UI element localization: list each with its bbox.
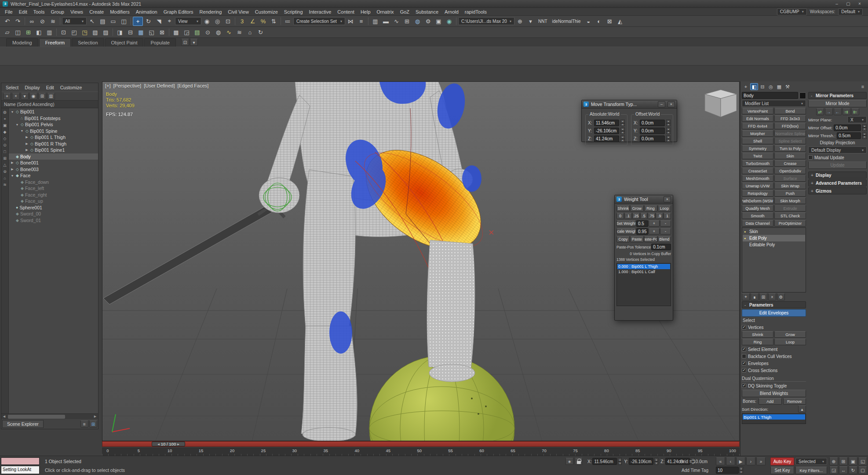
tree-expand-icon[interactable]: ▼ [15,123,19,126]
modifier-button[interactable]: Bend [774,108,806,114]
tree-item[interactable]: ▶◇Bip001 Spine1 [9,147,98,153]
weight-blend-button[interactable]: Blend [658,236,671,242]
pin-stack-icon[interactable]: ⌖ [742,293,750,300]
tree-expand-icon[interactable]: ▶ [10,161,15,164]
rollout-display[interactable]: +Display [808,172,867,179]
panel-menu-icon[interactable]: ≡ [859,83,867,90]
menu-item[interactable]: GoZ [397,9,412,15]
explorer-filter-icon[interactable]: ◇ [2,135,8,142]
modifier-button[interactable]: FFD(box) [774,123,806,129]
blend-weights-button[interactable]: Blend Weights [742,390,806,397]
tree-item[interactable]: ◆Sword_01 [9,217,98,224]
tree-item[interactable]: ▶◇Bip001 R Thigh [9,141,98,147]
weight-grow-button[interactable]: Grow [630,205,643,212]
script-button-nnt[interactable]: NNT▾ [536,17,550,26]
modeling-tool-icon[interactable]: ▱▾ [2,28,12,37]
selected-vertices-shin[interactable] [427,240,475,382]
previous-frame-button[interactable]: ‹ [726,457,735,465]
offset-coordinate-row[interactable]: X:0.0cm▴▾ [634,120,671,126]
explorer-clear-search-icon[interactable]: × [12,93,20,100]
weight-paste-pos-button[interactable]: Paste-Pos [644,236,657,242]
explorer-menu-item[interactable]: Customize [58,84,85,91]
weight-loop-button[interactable]: Loop [658,205,671,212]
explorer-filter-icon[interactable]: ▣ [2,122,8,128]
offset-coordinate-row[interactable]: Z:0.0cm▴▾ [634,135,671,142]
paste-blue-bones-icon[interactable]: ⇇ [851,108,859,115]
scroll-left-icon[interactable]: ◀ [1,415,7,418]
explorer-filter-icon[interactable]: □ [2,149,8,155]
select-and-scale-icon[interactable]: ◥▾ [154,17,164,26]
ribbon-display-toggle-icon[interactable]: ⊡ [181,39,189,46]
select-by-name-icon[interactable]: ▤▾ [98,17,108,26]
material-editor-icon[interactable]: ◍▾ [412,17,423,26]
viewport-general-menu[interactable]: [+] [105,83,111,88]
next-frame-arrow-icon[interactable]: ▶ [177,442,179,446]
menu-item[interactable]: Civil View [225,9,252,15]
modeling-tool-icon[interactable]: ◱▾ [146,28,157,37]
weight-preset-button[interactable]: .1 [624,213,632,219]
remove-modifier-icon[interactable]: × [768,293,776,300]
modifier-button[interactable]: Retopology [742,190,773,197]
explorer-display-icon[interactable]: ◉ [29,93,37,100]
path-options-icon[interactable]: ▾▾ [525,17,536,26]
modifier-toggle-icon[interactable]: ● [744,237,748,240]
hierarchy-tab-icon[interactable]: ⊟ [759,83,766,90]
modeling-tool-icon[interactable]: ↻▾ [255,28,266,37]
lock-selection-toggle-icon[interactable] [575,458,583,465]
explorer-filter-icon[interactable]: ⊞ [2,155,8,161]
close-button[interactable]: × [854,0,865,7]
ribbon-tab[interactable]: Selection [72,38,104,47]
utilities-tab-icon[interactable]: ⚒ [784,83,791,90]
modifier-button[interactable]: OpenSubdiv [774,168,806,174]
modeling-tool-icon[interactable]: ▥▾ [44,28,55,37]
window-crossing-toggle-icon[interactable]: ◫▾ [119,17,129,26]
bone-weights-list[interactable]: 0.000 : Bip001 L Thigh1.000 : Bip001 L C… [616,263,671,306]
select-and-move-icon[interactable]: +▾ [133,17,143,26]
menu-item[interactable]: Modifiers [107,9,133,15]
paste-green-to-blue-icon[interactable]: → [825,108,833,115]
weight-preset-button[interactable]: .75 [648,213,655,219]
zoom-region-icon[interactable]: ◲ [829,466,838,474]
modeling-tool-icon[interactable]: ⌂▾ [245,28,255,37]
tree-item[interactable]: ◆Body [9,153,98,160]
show-end-result-icon[interactable]: ∎ [751,293,759,300]
modeling-tool-icon[interactable]: ▤▾ [192,28,202,37]
spinner-snap-icon[interactable]: ⇅▾ [269,17,279,26]
menu-item[interactable]: Tools [30,9,48,15]
curve-editor-icon[interactable]: ∿▾ [391,17,401,26]
named-selection-sets-dropdown[interactable]: Create Selection Set▾ [293,17,345,25]
dq-skinning-checkbox[interactable]: ✓ [742,384,746,388]
project-dropdown[interactable]: CGBUMP▾ [777,8,807,15]
set-weight-minus-button[interactable]: - [660,220,671,227]
modifier-button[interactable]: Push [774,190,806,197]
backface-cull-checkbox[interactable]: ✓ [742,354,746,358]
weight-preset-button[interactable]: .25 [632,213,640,219]
play-button[interactable]: ▶ [736,457,745,465]
select-element-checkbox[interactable]: ✓ [742,347,746,351]
modifier-button[interactable]: Symmetry [742,145,773,152]
mirror-parameters-rollout-header[interactable]: -Mirror Parameters [808,92,867,99]
modifier-button[interactable]: Extrude [774,205,806,212]
modifier-button[interactable]: Quadify Mesh [742,205,773,212]
modifier-button[interactable]: Unwrap UVW [742,183,773,189]
tree-item[interactable]: ●Sphere001 [9,205,98,211]
pan-icon[interactable]: ↔ [839,466,848,474]
bone-weight-item[interactable]: 1.000 : Bip001 L Calf [617,269,670,274]
paste-blue-to-green-icon[interactable]: ← [834,108,842,115]
modeling-tool-icon[interactable]: ∿▾ [224,28,234,37]
zoom-all-icon[interactable]: ⊞ [839,457,848,465]
tree-item[interactable]: ▼◇Bip001 [9,109,98,115]
modifier-button[interactable]: Edit Normals [742,115,773,122]
explorer-menu-icon[interactable]: ≡ [80,420,88,428]
mirror-paste-icon[interactable]: ⇄ [816,108,824,115]
modifier-button[interactable]: Turn to Poly [774,145,806,152]
toolbar-extra-icon[interactable]: ◒▾ [584,17,594,26]
explorer-filter-icon[interactable]: ⊚ [2,168,8,175]
key-filters-button[interactable]: Key Filters... [795,467,827,474]
toolbar-extra-icon[interactable]: ◭▾ [615,17,625,26]
modifier-button[interactable]: Normalize Spline [774,130,806,137]
dialog-minimize-icon[interactable]: – [658,101,665,107]
weight-preset-button[interactable]: .9 [656,213,663,219]
modifier-button[interactable]: Twist [742,153,773,159]
modeling-tool-icon[interactable]: ⊟▾ [125,28,135,37]
